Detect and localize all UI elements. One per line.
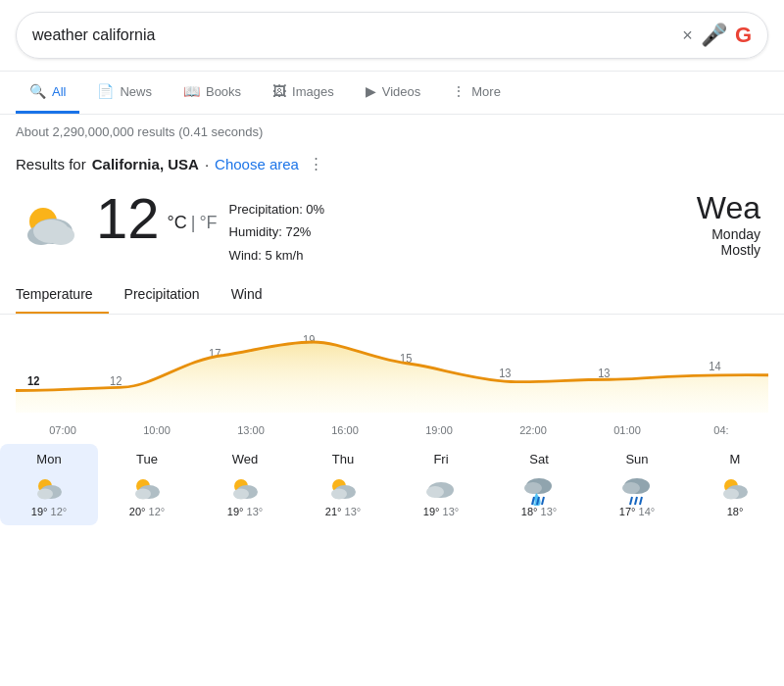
celsius-unit[interactable]: °C [168, 213, 187, 233]
forecast-day-mon[interactable]: Mon 19° 12° [0, 444, 98, 525]
forecast-icon-mon [31, 470, 67, 506]
forecast-icon-next-mon [717, 470, 753, 506]
forecast-icon-thu [325, 470, 361, 506]
more-dots-icon: ⋮ [452, 83, 466, 99]
search-bar-container: weather california × 🎤 G [0, 0, 784, 72]
time-label-0700: 07:00 [16, 424, 110, 436]
forecast-temps-fri: 19° 13° [423, 506, 459, 517]
tab-books-label: Books [206, 84, 241, 99]
wind-label: Wind: 5 km/h [229, 244, 325, 267]
forecast-day-name-sun: Sun [625, 452, 648, 466]
forecast-day-fri[interactable]: Fri 19° 13° [392, 444, 490, 525]
forecast-day-sun[interactable]: Sun 17° 14° [588, 444, 686, 525]
books-icon: 📖 [183, 83, 200, 99]
tab-more[interactable]: ⋮ More [438, 72, 514, 114]
results-for-label: Results for [16, 156, 86, 172]
weather-tab-precipitation[interactable]: Precipitation [109, 278, 216, 314]
time-labels: 07:00 10:00 13:00 16:00 19:00 22:00 01:0… [0, 422, 784, 436]
time-label-0400: 04: [674, 424, 768, 436]
forecast-temps-sat: 18° 13° [521, 506, 557, 517]
forecast-temps-wed: 19° 13° [227, 506, 263, 517]
weather-main: 12 °C | °F Precipitation: 0% Humidity: 7… [0, 182, 784, 270]
forecast-icon-wed [227, 470, 263, 506]
weather-condition-icon [16, 190, 84, 259]
forecast-day-name-next-mon: M [730, 452, 741, 466]
weather-tabs: Temperature Precipitation Wind [0, 270, 784, 315]
time-label-1900: 19:00 [392, 424, 486, 436]
wea-day: Monday [697, 226, 760, 242]
forecast-icon-sun [619, 470, 655, 506]
forecast-day-sat[interactable]: Sat 💧 18° 13° [490, 444, 588, 525]
dot-separator: · [205, 156, 209, 172]
svg-text:12: 12 [110, 373, 122, 387]
forecast-temps-sun: 17° 14° [619, 506, 655, 517]
tab-books[interactable]: 📖 Books [170, 72, 255, 114]
svg-point-4 [33, 220, 69, 243]
all-icon: 🔍 [29, 83, 46, 99]
forecast-temps-tue: 20° 12° [129, 506, 165, 517]
tab-images[interactable]: 🖼 Images [259, 72, 348, 114]
forecast-icon-fri [423, 470, 459, 506]
temperature-chart: 12 12 17 19 15 13 13 14 [16, 324, 768, 413]
time-label-1000: 10:00 [110, 424, 204, 436]
svg-text:13: 13 [598, 367, 611, 380]
svg-point-26 [426, 486, 444, 498]
forecast-icon-sat: 💧 [521, 470, 557, 506]
forecast-container: Mon 19° 12° Tue 20° 12° Wed 19° 13° Thu [0, 436, 784, 525]
temperature-value: 12 [96, 190, 160, 247]
wea-title: Wea [697, 190, 760, 226]
precipitation-label: Precipitation: 0% [229, 198, 325, 220]
fahrenheit-unit[interactable]: °F [199, 213, 217, 233]
forecast-day-name-fri: Fri [433, 452, 448, 466]
tab-more-label: More [471, 84, 501, 99]
images-icon: 🖼 [272, 83, 286, 99]
choose-area-link[interactable]: Choose area [215, 156, 299, 172]
svg-text:13: 13 [499, 367, 512, 380]
forecast-day-name-wed: Wed [232, 452, 259, 466]
camera-icon[interactable]: G [735, 23, 752, 48]
forecast-day-thu[interactable]: Thu 21° 13° [294, 444, 392, 525]
weather-tab-wind[interactable]: Wind [216, 278, 278, 314]
time-label-1600: 16:00 [298, 424, 392, 436]
svg-text:14: 14 [709, 360, 721, 373]
tab-videos[interactable]: ▶ Videos [352, 72, 435, 114]
forecast-day-name-thu: Thu [332, 452, 354, 466]
location-more-icon[interactable]: ⋮ [309, 155, 323, 172]
time-label-2200: 22:00 [486, 424, 580, 436]
forecast-temps-thu: 21° 13° [325, 506, 361, 517]
forecast-day-tue[interactable]: Tue 20° 12° [98, 444, 196, 525]
weather-right-summary: Wea Monday Mostly [697, 190, 768, 258]
results-count: About 2,290,000,000 results (0.41 second… [0, 115, 784, 149]
weather-temp-area: 12 °C | °F [96, 190, 218, 247]
tab-news[interactable]: 📄 News [83, 72, 166, 114]
svg-point-40 [723, 489, 739, 500]
partly-cloudy-svg [16, 190, 84, 259]
news-icon: 📄 [97, 83, 114, 99]
forecast-day-name-mon: Mon [36, 452, 61, 466]
forecast-temps-next-mon: 18° [727, 506, 744, 517]
forecast-day-wed[interactable]: Wed 19° 13° [196, 444, 294, 525]
forecast-day-next-mon[interactable]: M 18° [686, 444, 784, 525]
tab-all[interactable]: 🔍 All [16, 72, 79, 114]
time-label-1300: 13:00 [204, 424, 298, 436]
svg-text:12: 12 [27, 373, 40, 387]
weather-details: Precipitation: 0% Humidity: 72% Wind: 5 … [229, 198, 325, 267]
unit-separator: | [191, 213, 196, 233]
forecast-day-name-tue: Tue [136, 452, 158, 466]
svg-point-21 [233, 489, 249, 500]
weather-tab-temperature[interactable]: Temperature [16, 278, 109, 314]
search-bar: weather california × 🎤 G [16, 12, 768, 59]
svg-line-35 [630, 497, 632, 505]
svg-line-36 [635, 497, 637, 505]
svg-point-24 [331, 489, 347, 500]
location-header: Results for California, USA · Choose are… [0, 149, 784, 182]
voice-icon[interactable]: 🎤 [701, 23, 727, 48]
clear-icon[interactable]: × [682, 25, 693, 46]
svg-point-34 [622, 482, 640, 494]
tabs-container: 🔍 All 📄 News 📖 Books 🖼 Images ▶ Videos ⋮… [0, 72, 784, 115]
search-input[interactable]: weather california [32, 26, 674, 44]
forecast-icon-tue [129, 470, 165, 506]
tab-news-label: News [120, 84, 152, 99]
tab-videos-label: Videos [382, 84, 421, 99]
chart-container: 12 12 17 19 15 13 13 14 [0, 315, 784, 422]
